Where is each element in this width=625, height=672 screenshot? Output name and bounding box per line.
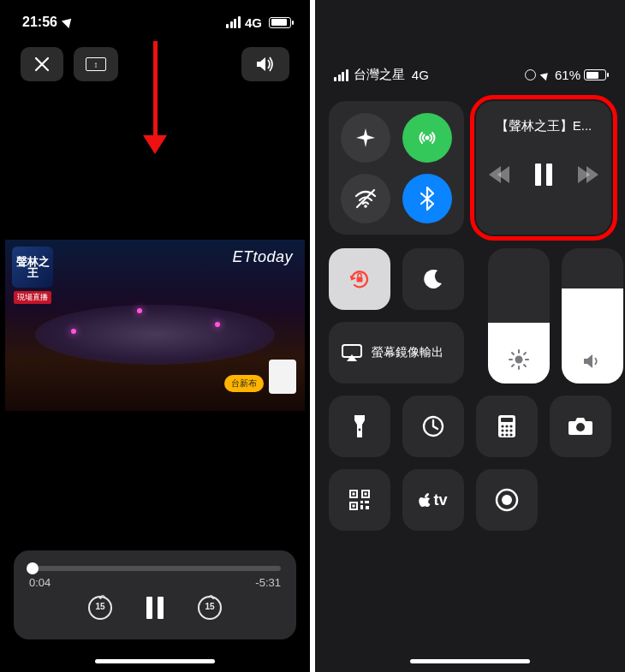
- svg-point-24: [501, 433, 503, 436]
- time-remaining: -5:31: [255, 576, 281, 589]
- next-track-button[interactable]: [578, 166, 598, 183]
- svg-rect-37: [366, 506, 369, 509]
- brightness-slider[interactable]: [488, 248, 550, 384]
- apple-tv-remote-button[interactable]: tv: [402, 469, 464, 531]
- home-indicator[interactable]: [95, 659, 215, 663]
- moon-icon: [422, 268, 444, 290]
- live-badge: 現場直播: [14, 291, 51, 304]
- battery-icon: [584, 69, 606, 80]
- orientation-lock-toggle[interactable]: [329, 248, 390, 310]
- svg-point-25: [505, 433, 508, 436]
- lock-rotation-icon: [347, 266, 372, 292]
- status-bar: 台灣之星 4G 61%: [315, 67, 625, 83]
- wifi-toggle[interactable]: [341, 174, 390, 223]
- qr-scan-button[interactable]: [329, 469, 390, 531]
- signal-icon: [334, 69, 348, 81]
- calculator-icon: [497, 414, 516, 438]
- speaker-icon: [562, 353, 623, 370]
- home-indicator[interactable]: [410, 659, 530, 663]
- battery-icon: [269, 17, 291, 28]
- channel-watermark: ETtoday: [232, 248, 293, 266]
- pause-button[interactable]: [146, 597, 164, 619]
- status-time: 21:56: [22, 15, 57, 30]
- cta-pill[interactable]: 台新布: [224, 375, 264, 392]
- svg-point-0: [426, 135, 430, 140]
- svg-rect-36: [360, 505, 363, 509]
- svg-line-10: [512, 353, 514, 354]
- screen-record-button[interactable]: [476, 469, 538, 531]
- timer-icon: [421, 414, 445, 438]
- video-top-controls: [0, 45, 310, 84]
- bluetooth-toggle[interactable]: [402, 174, 452, 223]
- do-not-disturb-toggle[interactable]: [402, 248, 464, 310]
- calculator-button[interactable]: [476, 395, 538, 457]
- appletv-icon: tv: [419, 491, 447, 509]
- svg-rect-17: [501, 418, 513, 422]
- sun-icon: [488, 349, 550, 370]
- volume-button[interactable]: [241, 47, 289, 81]
- cellular-data-toggle[interactable]: [402, 113, 452, 163]
- battery-percent: 61%: [555, 68, 580, 82]
- svg-point-5: [515, 356, 523, 364]
- cellular-icon: [415, 126, 439, 150]
- camera-icon: [568, 416, 593, 437]
- screen-mirroring-label: 螢幕鏡像輸出: [372, 345, 443, 360]
- media-title: 【聲林之王】E...: [488, 118, 599, 134]
- svg-rect-34: [360, 501, 363, 503]
- svg-point-1: [364, 205, 367, 208]
- svg-point-23: [509, 429, 512, 431]
- show-logo: 聲林之王: [12, 247, 53, 288]
- airplay-icon: [341, 343, 363, 362]
- flashlight-button[interactable]: [329, 395, 390, 457]
- playback-controls: 0:04 -5:31 ↶15 ↷15: [14, 550, 296, 639]
- skip-forward-15-button[interactable]: ↷15: [198, 596, 222, 620]
- location-icon: [540, 69, 551, 80]
- volume-slider[interactable]: [562, 248, 623, 384]
- airplane-mode-toggle[interactable]: [341, 113, 390, 163]
- svg-point-14: [359, 429, 361, 431]
- svg-rect-33: [353, 505, 355, 508]
- aspect-icon: [86, 57, 106, 71]
- bluetooth-icon: [420, 187, 434, 211]
- status-bar: 21:56 4G: [0, 12, 310, 33]
- aspect-fit-button[interactable]: [74, 47, 118, 81]
- location-icon: [62, 15, 75, 29]
- svg-point-19: [505, 425, 508, 427]
- video-player-screen: 21:56 4G 聲林之王 現場直播 ETtoday 台新布: [0, 0, 310, 672]
- svg-line-12: [524, 353, 526, 354]
- flashlight-icon: [353, 413, 366, 439]
- seek-bar[interactable]: [29, 566, 281, 571]
- svg-point-21: [501, 429, 503, 431]
- svg-line-11: [524, 365, 526, 366]
- svg-rect-31: [365, 493, 367, 496]
- skip-back-15-button[interactable]: ↶15: [88, 596, 112, 620]
- close-icon: [34, 56, 50, 72]
- svg-rect-29: [353, 493, 355, 496]
- record-icon: [494, 487, 520, 513]
- time-elapsed: 0:04: [29, 576, 51, 589]
- wifi-off-icon: [354, 188, 378, 209]
- svg-point-26: [509, 433, 512, 436]
- timer-button[interactable]: [402, 395, 464, 457]
- play-pause-button[interactable]: [535, 164, 552, 186]
- camera-button[interactable]: [550, 395, 611, 457]
- corner-thumbnail[interactable]: [269, 360, 296, 394]
- svg-point-39: [502, 495, 512, 505]
- svg-point-18: [501, 425, 503, 427]
- control-center-screen: 台灣之星 4G 61%: [315, 0, 625, 672]
- video-viewport[interactable]: 聲林之王 現場直播 ETtoday 台新布: [5, 240, 305, 411]
- airplane-icon: [354, 127, 377, 149]
- svg-rect-3: [357, 277, 363, 282]
- signal-icon: [226, 16, 241, 28]
- network-label: 4G: [412, 68, 429, 82]
- svg-point-20: [509, 425, 512, 427]
- svg-point-22: [505, 429, 508, 431]
- connectivity-module[interactable]: [329, 101, 464, 235]
- sync-icon: [525, 69, 536, 80]
- speaker-icon: [255, 56, 276, 73]
- close-button[interactable]: [21, 47, 63, 81]
- screen-mirroring-button[interactable]: 螢幕鏡像輸出: [329, 322, 464, 384]
- now-playing-module[interactable]: 【聲林之王】E...: [476, 101, 611, 235]
- previous-track-button[interactable]: [489, 166, 509, 183]
- carrier-label: 台灣之星: [354, 67, 405, 83]
